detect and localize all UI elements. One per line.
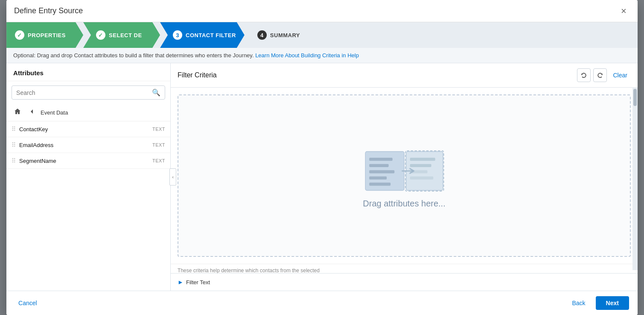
drag-handle-icon: ⠿ xyxy=(12,126,16,132)
attribute-row[interactable]: ⠿ SegmentName TEXT xyxy=(6,153,170,169)
step-summary-icon: 4 xyxy=(257,30,267,40)
attribute-row[interactable]: ⠿ ContactKey TEXT xyxy=(6,121,170,137)
filter-header: Filter Criteria xyxy=(171,63,638,88)
modal-title: Define Entry Source xyxy=(14,6,83,15)
svg-rect-3 xyxy=(369,170,394,173)
filter-text-row[interactable]: ► Filter Text xyxy=(171,273,638,291)
nav-row: Event Data xyxy=(6,104,170,121)
chevron-right-icon: ► xyxy=(178,279,184,286)
attribute-type: TEXT xyxy=(152,127,165,132)
drag-handle-icon: ⠿ xyxy=(12,141,16,148)
filter-panel: Filter Criteria xyxy=(171,63,638,291)
step-select-de-label: SELECT DE xyxy=(109,32,142,38)
svg-rect-1 xyxy=(369,158,393,161)
attribute-type: TEXT xyxy=(152,142,165,147)
step-properties-icon: ✓ xyxy=(15,30,24,40)
sidebar-title: Attributes xyxy=(6,63,170,81)
criteria-hint: These criteria help determine which cont… xyxy=(171,264,638,273)
description-text: Optional: Drag and drop Contact attribut… xyxy=(13,52,254,59)
drag-handle-icon: ⠿ xyxy=(12,157,16,164)
svg-rect-5 xyxy=(369,183,390,185)
description-bar: Optional: Drag and drop Contact attribut… xyxy=(6,48,638,63)
footer-right: Back Next xyxy=(567,296,629,310)
modal: Define Entry Source × ✓ PROPERTIES ✓ SEL… xyxy=(6,0,638,315)
step-summary-label: SUMMARY xyxy=(270,32,300,38)
drop-zone: Drag attributes here... These criteria h… xyxy=(171,88,638,273)
step-properties-label: PROPERTIES xyxy=(28,32,66,38)
close-button[interactable]: × xyxy=(618,5,630,18)
svg-rect-2 xyxy=(369,164,388,167)
nav-label: Event Data xyxy=(41,109,68,116)
step-summary[interactable]: 4 SUMMARY xyxy=(245,22,321,48)
nav-back-button[interactable] xyxy=(26,106,38,118)
modal-overlay: Define Entry Source × ✓ PROPERTIES ✓ SEL… xyxy=(0,0,644,315)
drag-placeholder-text: Drag attributes here... xyxy=(363,199,445,209)
cancel-button[interactable]: Cancel xyxy=(15,297,41,309)
search-box: 🔍 xyxy=(12,85,165,100)
redo-button[interactable] xyxy=(593,68,607,82)
collapse-toggle-button[interactable]: ‹ xyxy=(169,168,176,185)
attribute-row[interactable]: ⠿ EmailAddress TEXT xyxy=(6,137,170,153)
step-select-de-icon: ✓ xyxy=(96,30,105,40)
main-content: Attributes 🔍 xyxy=(6,63,638,291)
step-select-de[interactable]: ✓ SELECT DE xyxy=(83,22,160,48)
next-button[interactable]: Next xyxy=(596,296,629,310)
sidebar: Attributes 🔍 xyxy=(6,63,171,291)
svg-rect-10 xyxy=(410,176,434,179)
modal-footer: Cancel Back Next xyxy=(6,291,638,315)
attribute-name: SegmentName xyxy=(19,158,152,164)
attribute-list: ⠿ ContactKey TEXT ⠿ EmailAddress TEXT ⠿ … xyxy=(6,121,170,291)
step-contact-filter-label: CONTACT FILTER xyxy=(186,32,236,38)
drag-illustration xyxy=(361,143,447,199)
step-contact-filter-icon: 3 xyxy=(173,30,182,40)
scrollbar[interactable] xyxy=(632,87,638,270)
drop-area: Drag attributes here... xyxy=(178,94,631,257)
back-button[interactable]: Back xyxy=(567,297,590,309)
attribute-name: ContactKey xyxy=(19,126,152,132)
svg-rect-7 xyxy=(410,158,435,161)
learn-more-link[interactable]: Learn More About Building Criteria in He… xyxy=(255,52,359,59)
attribute-type: TEXT xyxy=(152,158,165,163)
stepper: ✓ PROPERTIES ✓ SELECT DE 3 CONTACT FILTE… xyxy=(6,22,638,48)
filter-title: Filter Criteria xyxy=(178,71,217,79)
search-input[interactable] xyxy=(16,89,152,96)
clear-button[interactable]: Clear xyxy=(609,70,630,80)
nav-home-button[interactable] xyxy=(12,106,23,118)
step-properties[interactable]: ✓ PROPERTIES xyxy=(6,22,83,48)
search-icon: 🔍 xyxy=(152,88,160,97)
svg-rect-8 xyxy=(410,164,431,167)
filter-actions: Clear xyxy=(577,68,630,82)
attribute-name: EmailAddress xyxy=(19,142,152,148)
svg-rect-4 xyxy=(369,176,387,179)
modal-header: Define Entry Source × xyxy=(6,0,638,22)
undo-button[interactable] xyxy=(577,68,591,82)
step-contact-filter[interactable]: 3 CONTACT FILTER xyxy=(160,22,245,48)
filter-text-label: Filter Text xyxy=(186,279,210,286)
